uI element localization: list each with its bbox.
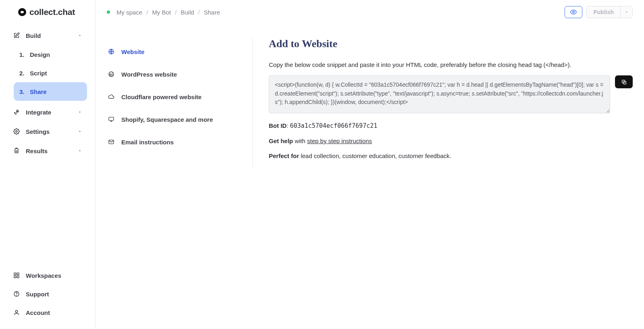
sidebar-item-settings[interactable]: Settings <box>8 122 87 141</box>
mail-icon <box>108 138 115 146</box>
share-item-website[interactable]: Website <box>107 40 252 63</box>
footer-item-label: Support <box>26 291 49 298</box>
share-item-label: WordPress website <box>121 71 177 78</box>
logo-text: collect.chat <box>29 7 75 17</box>
svg-point-1 <box>16 131 17 132</box>
share-item-label: Shopify, Squarespace and more <box>121 116 213 123</box>
sidebar-subitem-script[interactable]: 2. Script <box>14 64 87 82</box>
sidebar-item-integrate[interactable]: Integrate <box>8 102 87 122</box>
help-icon <box>13 290 20 298</box>
sidebar-item-build[interactable]: Build <box>8 26 87 45</box>
subitem-label: Share <box>30 88 47 95</box>
breadcrumb-item[interactable]: Share <box>204 9 220 16</box>
breadcrumb-item[interactable]: Build <box>181 9 194 16</box>
breadcrumb-sep: / <box>146 9 148 16</box>
sidebar-item-support[interactable]: Support <box>8 285 87 303</box>
perfect-for-text: lead collection, customer education, cus… <box>299 152 451 159</box>
svg-rect-13 <box>109 117 114 121</box>
topbar-actions: Publish <box>565 6 633 18</box>
subitem-label: Design <box>30 51 50 58</box>
share-item-cloudflare[interactable]: Cloudflare powered website <box>107 85 252 108</box>
copy-button[interactable] <box>615 75 633 88</box>
chevron-down-icon <box>77 110 82 115</box>
breadcrumb-sep: / <box>175 9 177 16</box>
breadcrumb: My space / My Bot / Build / Share <box>116 9 220 16</box>
subitem-num: 3. <box>19 88 25 95</box>
svg-rect-3 <box>14 273 16 275</box>
subitem-num: 2. <box>19 70 25 77</box>
get-help-row: Get help with step by step instructions <box>269 137 633 144</box>
breadcrumb-sep: / <box>198 9 200 16</box>
sidebar: collect.chat Build 1. Design 2. Script 3… <box>0 0 96 329</box>
sidebar-subitem-design[interactable]: 1. Design <box>14 45 87 64</box>
grid-icon <box>13 272 20 279</box>
perfect-for-label: Perfect for <box>269 152 299 159</box>
share-item-shopify[interactable]: Shopify, Squarespace and more <box>107 108 252 131</box>
sidebar-build-sub: 1. Design 2. Script 3. Share <box>8 45 87 101</box>
svg-point-9 <box>15 310 17 312</box>
gear-icon <box>13 128 20 135</box>
chevron-up-icon <box>77 33 82 38</box>
share-item-label: Website <box>121 48 144 55</box>
svg-point-8 <box>17 295 17 296</box>
svg-rect-5 <box>14 276 16 278</box>
share-target-list: Website WordPress website Cloudflare pow… <box>107 38 253 167</box>
main: My space / My Bot / Build / Share Publis… <box>96 0 644 329</box>
monitor-icon <box>108 116 115 123</box>
sidebar-subitem-share[interactable]: 3. Share <box>14 82 87 101</box>
publish-dropdown[interactable] <box>620 6 632 18</box>
svg-point-10 <box>573 11 575 13</box>
publish-button[interactable]: Publish <box>587 6 620 18</box>
copy-icon <box>621 79 627 85</box>
content: Website WordPress website Cloudflare pow… <box>96 24 644 167</box>
edit-icon <box>13 32 20 39</box>
share-item-label: Email instructions <box>121 139 174 146</box>
bot-id-label: Bot ID <box>269 122 287 129</box>
svg-point-0 <box>17 111 17 111</box>
breadcrumb-item[interactable]: My space <box>116 9 142 16</box>
panel-lead: Copy the below code snippet and paste it… <box>269 61 633 68</box>
publish-button-group: Publish <box>586 6 633 18</box>
bot-id-value: 603a1c5704ecf066f7697c21 <box>290 122 378 129</box>
breadcrumb-item[interactable]: My Bot <box>152 9 171 16</box>
perfect-for-row: Perfect for lead collection, customer ed… <box>269 152 633 159</box>
share-item-wordpress[interactable]: WordPress website <box>107 63 252 85</box>
bot-id-row: Bot ID: 603a1c5704ecf066f7697c21 <box>269 122 633 129</box>
sidebar-item-label: Settings <box>26 128 50 135</box>
sidebar-item-workspaces[interactable]: Workspaces <box>8 266 87 285</box>
eye-icon <box>570 8 577 16</box>
share-panel: Add to Website Copy the below code snipp… <box>253 38 633 167</box>
share-item-label: Cloudflare powered website <box>121 94 202 100</box>
footer-item-label: Workspaces <box>26 272 61 279</box>
sidebar-item-results[interactable]: Results <box>8 141 87 160</box>
logo[interactable]: collect.chat <box>0 0 95 26</box>
wordpress-icon <box>108 71 115 78</box>
footer-item-label: Account <box>26 309 50 316</box>
code-snippet[interactable]: <script>(function(w, d) { w.CollectId = … <box>269 75 610 113</box>
chevron-down-icon <box>625 10 629 14</box>
get-help-mid: with <box>293 137 307 144</box>
preview-button[interactable] <box>565 6 582 18</box>
sidebar-item-label: Results <box>26 148 48 154</box>
status-dot-icon <box>107 10 110 14</box>
cloud-icon <box>108 93 115 100</box>
panel-title: Add to Website <box>269 38 633 50</box>
svg-rect-4 <box>17 273 19 275</box>
get-help-label: Get help <box>269 137 293 144</box>
svg-rect-6 <box>17 276 19 278</box>
subitem-label: Script <box>30 70 47 77</box>
sidebar-footer: Workspaces Support Account <box>0 266 95 329</box>
chevron-down-icon <box>77 129 82 134</box>
step-by-step-link[interactable]: step by step instructions <box>307 137 372 144</box>
code-row: <script>(function(w, d) { w.CollectId = … <box>269 75 633 113</box>
user-icon <box>13 309 20 316</box>
sidebar-item-label: Integrate <box>26 109 51 116</box>
sidebar-item-account[interactable]: Account <box>8 303 87 322</box>
subitem-num: 1. <box>19 51 25 58</box>
sidebar-item-label: Build <box>26 32 41 39</box>
topbar: My space / My Bot / Build / Share Publis… <box>96 0 644 24</box>
share-item-email[interactable]: Email instructions <box>107 131 252 153</box>
logo-mark-icon <box>18 8 26 16</box>
sidebar-nav: Build 1. Design 2. Script 3. Share <box>0 26 95 266</box>
chevron-down-icon <box>77 148 82 153</box>
